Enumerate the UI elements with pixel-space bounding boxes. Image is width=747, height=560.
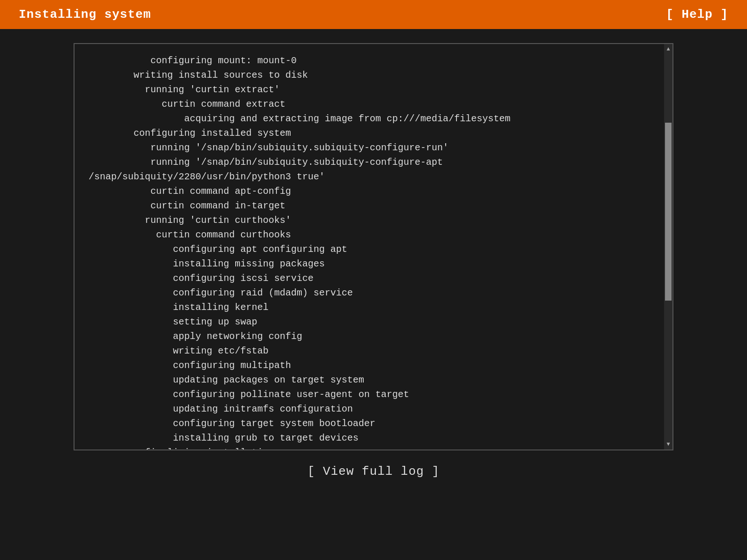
help-button[interactable]: [ Help ] [666,7,728,22]
scroll-down-arrow[interactable]: ▼ [665,441,672,448]
scrollbar-track: ▲ ▼ [664,44,672,449]
log-terminal: configuring mount: mount-0 writing insta… [74,43,673,450]
page-title: Installing system [19,7,151,22]
main-container: configuring mount: mount-0 writing insta… [0,29,747,560]
scroll-up-arrow[interactable]: ▲ [665,46,672,52]
header: Installing system [ Help ] [0,0,747,29]
bottom-area: [ View full log ] [37,464,710,479]
log-output: configuring mount: mount-0 writing insta… [75,44,664,449]
scroll-thumb[interactable] [665,123,672,301]
view-full-log-button[interactable]: [ View full log ] [307,464,440,479]
